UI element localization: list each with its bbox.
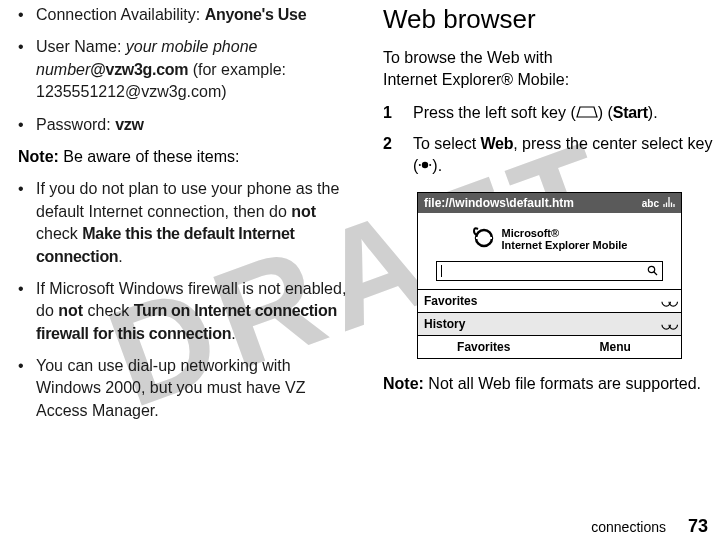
- bullet-dot: •: [18, 355, 36, 422]
- bullet-prefix: Password:: [36, 116, 115, 133]
- text-cursor: [441, 265, 442, 277]
- abc-indicator: abc: [642, 198, 659, 209]
- note-label: Note:: [383, 375, 424, 392]
- bullet-dot: •: [18, 4, 36, 26]
- bullet-dialup: • You can use dial-up networking with Wi…: [18, 355, 351, 422]
- phone-favorites-row[interactable]: Favorites ◡◡: [418, 289, 681, 312]
- bullet-firewall: • If Microsoft Windows firewall is not e…: [18, 278, 351, 345]
- bullet-prefix: User Name:: [36, 38, 126, 55]
- chevron-down-icon: ◡◡: [661, 317, 675, 331]
- note-line: Note: Be aware of these items:: [18, 146, 351, 168]
- svg-line-5: [654, 272, 657, 275]
- phone-title: file://\windows\default.htm: [424, 196, 574, 210]
- svg-point-0: [422, 161, 428, 167]
- svg-point-4: [648, 266, 654, 272]
- center-key-icon: [418, 156, 432, 178]
- step-number: 2: [383, 133, 413, 178]
- svg-point-1: [419, 164, 421, 166]
- bullet-password: • Password: vzw: [18, 114, 351, 136]
- bullet-username: • User Name: your mobile phone number@vz…: [18, 36, 351, 103]
- bullet-conn-avail: • Connection Availability: Anyone's Use: [18, 4, 351, 26]
- ie-icon: [472, 225, 496, 253]
- softkey-icon: [576, 102, 598, 124]
- note-unsupported: Note: Not all Web file formats are suppo…: [383, 373, 716, 395]
- phone-screenshot: file://\windows\default.htm abc Microsof…: [417, 192, 682, 359]
- phone-content: Microsoft® Internet Explorer Mobile: [418, 213, 681, 281]
- search-icon: [647, 265, 658, 278]
- section-heading: Web browser: [383, 4, 716, 35]
- phone-status-icons: abc: [642, 197, 675, 209]
- step-number: 1: [383, 102, 413, 125]
- bullet-bold-after: @vzw3g.com: [90, 61, 188, 78]
- page: • Connection Availability: Anyone's Use …: [0, 0, 726, 547]
- phone-history-row[interactable]: History ◡◡: [418, 312, 681, 335]
- bullet-dot: •: [18, 178, 36, 268]
- right-column: Web browser To browse the Web with Inter…: [367, 0, 716, 547]
- bullet-dot: •: [18, 114, 36, 136]
- bullet-value: Anyone's Use: [205, 6, 307, 23]
- note-text: Not all Web file formats are supported.: [424, 375, 701, 392]
- ie-text: Microsoft® Internet Explorer Mobile: [502, 227, 628, 251]
- step-2: 2 To select Web, press the center select…: [383, 133, 716, 178]
- bullet-dot: •: [18, 278, 36, 345]
- bullet-dot: •: [18, 36, 36, 103]
- step-1: 1 Press the left soft key () (Start).: [383, 102, 716, 125]
- note-label: Note:: [18, 148, 59, 165]
- phone-softkeys: Favorites Menu: [418, 335, 681, 358]
- row-label: Favorites: [424, 294, 477, 308]
- note-text: Be aware of these items:: [59, 148, 240, 165]
- softkey-right[interactable]: Menu: [550, 336, 682, 358]
- bullet-prefix: Connection Availability:: [36, 6, 205, 23]
- bullet-default-conn: • If you do not plan to use your phone a…: [18, 178, 351, 268]
- ie-branding: Microsoft® Internet Explorer Mobile: [424, 225, 675, 253]
- signal-icon: [663, 197, 675, 209]
- phone-search-box[interactable]: [436, 261, 663, 281]
- phone-titlebar: file://\windows\default.htm abc: [418, 193, 681, 213]
- intro-text: To browse the Web with Internet Explorer…: [383, 47, 716, 92]
- softkey-left[interactable]: Favorites: [418, 336, 550, 358]
- row-label: History: [424, 317, 465, 331]
- left-column: • Connection Availability: Anyone's Use …: [18, 0, 367, 547]
- bullet-value: vzw: [115, 116, 143, 133]
- chevron-down-icon: ◡◡: [661, 294, 675, 308]
